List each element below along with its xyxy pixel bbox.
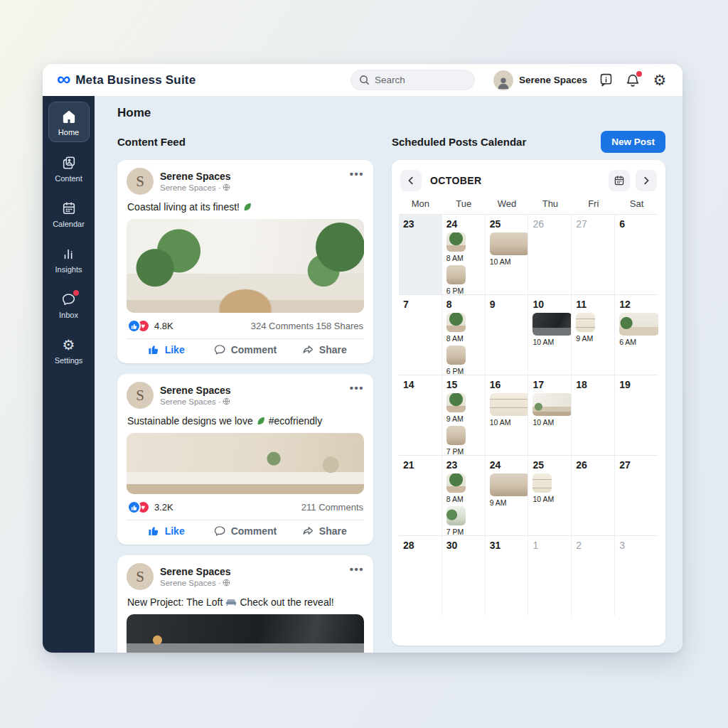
calendar-day-number: 24	[490, 459, 524, 471]
calendar-cell-8[interactable]: 88 AM6 PM	[442, 294, 486, 375]
sidebar-item-label: Content	[55, 174, 82, 183]
scheduled-post-thumbnail[interactable]	[446, 426, 466, 445]
scheduled-post-thumbnail[interactable]	[619, 313, 658, 336]
calendar-cell-19[interactable]: 19	[615, 375, 658, 455]
post-menu-button[interactable]: •••	[350, 382, 364, 394]
app-window: ∞ Meta Business Suite Serene Spaces	[43, 64, 682, 653]
calendar-month-label: OCTOBER	[430, 175, 482, 186]
scheduled-post-thumbnail[interactable]	[446, 473, 466, 493]
scheduled-post-thumbnail[interactable]	[446, 232, 466, 252]
search-box[interactable]	[350, 70, 475, 90]
calendar-next-button[interactable]	[636, 170, 657, 191]
calendar-cell-10[interactable]: 1010 AM	[528, 294, 572, 375]
scheduled-post-thumbnail[interactable]	[446, 265, 466, 284]
share-button[interactable]: Share	[285, 343, 364, 355]
calendar-day-number: 24	[446, 218, 481, 230]
avatar	[493, 70, 513, 90]
scheduled-post-time: 10 AM	[532, 495, 554, 503]
calendar-cell-3[interactable]: 3	[615, 535, 658, 616]
calendar-cell-23[interactable]: 238 AM7 PM	[442, 455, 486, 535]
post-subtitle: Serene Spaces	[160, 183, 216, 192]
calendar-view-button[interactable]	[609, 170, 630, 191]
sidebar-item-content[interactable]: Content	[48, 149, 90, 188]
calendar-day-number: 16	[490, 379, 524, 390]
calendar-cell-2[interactable]: 2	[572, 535, 615, 616]
post-menu-button[interactable]: •••	[350, 563, 364, 575]
like-button[interactable]: Like	[127, 525, 205, 537]
calendar-day-number: 23	[403, 218, 437, 230]
sidebar-item-inbox[interactable]: Inbox	[48, 285, 90, 324]
notification-badge	[636, 71, 642, 77]
scheduled-post-thumbnail[interactable]	[446, 393, 466, 412]
calendar-cell-27[interactable]: 27	[615, 455, 658, 535]
gear-icon: ⚙	[653, 73, 667, 87]
scheduled-post-time: 6 PM	[446, 367, 466, 375]
scheduled-post-thumbnail[interactable]	[576, 313, 595, 332]
scheduled-post-thumbnail[interactable]	[446, 506, 466, 525]
calendar-cell-21[interactable]: 21	[399, 455, 442, 535]
announcements-button[interactable]	[597, 72, 614, 89]
calendar-day-header: Thu	[528, 198, 572, 209]
meta-logo-icon: ∞	[57, 72, 70, 86]
calendar-cell-11[interactable]: 119 AM	[572, 294, 615, 375]
post-avatar: S	[127, 168, 154, 195]
sidebar-item-insights[interactable]: Insights	[48, 240, 90, 279]
calendar-cell-25[interactable]: 2510 AM	[528, 455, 572, 535]
calendar-cell-24[interactable]: 248 AM6 PM	[442, 214, 486, 294]
inbox-icon	[60, 291, 77, 308]
share-button[interactable]: Share	[285, 525, 364, 537]
calendar-cell-26[interactable]: 26	[572, 455, 615, 535]
calendar-cell-30[interactable]: 30	[442, 535, 486, 616]
scheduled-post-time: 9 AM	[446, 414, 466, 423]
calendar-cell-12[interactable]: 126 AM	[615, 294, 658, 375]
globe-icon	[223, 579, 230, 587]
feed-list: S Serene Spaces Serene Spaces · ••• Coas…	[117, 160, 373, 653]
calendar-cell-16[interactable]: 1610 AM	[486, 375, 529, 455]
notifications-button[interactable]	[624, 72, 641, 89]
calendar-day-number: 14	[403, 379, 437, 390]
scheduled-post-thumbnail[interactable]	[490, 232, 529, 255]
scheduled-post-thumbnail[interactable]	[490, 473, 529, 496]
calendar-cell-23[interactable]: 23	[399, 214, 442, 294]
post-card: S Serene Spaces Serene Spaces · ••• Coas…	[117, 160, 373, 363]
comment-button[interactable]: Comment	[205, 525, 284, 537]
calendar-cell-26[interactable]: 26	[528, 214, 572, 294]
calendar-cell-7[interactable]: 7	[399, 294, 442, 375]
scheduled-post-thumbnail[interactable]	[446, 346, 466, 365]
post-subtitle: Serene Spaces	[160, 397, 216, 406]
scheduled-post-time: 6 AM	[619, 338, 658, 346]
scheduled-post-thumbnail[interactable]	[490, 393, 529, 416]
account-switcher[interactable]: Serene Spaces	[493, 70, 587, 90]
calendar-cell-6[interactable]: 6	[615, 214, 658, 294]
scheduled-post-time: 9 AM	[490, 498, 529, 507]
search-input[interactable]	[375, 75, 466, 85]
calendar-day-number: 25	[490, 218, 524, 230]
calendar-cell-31[interactable]: 31	[486, 535, 529, 616]
calendar-cell-17[interactable]: 1710 AM	[528, 375, 572, 455]
sidebar-item-calendar[interactable]: Calendar	[48, 194, 90, 233]
scheduled-post-thumbnail[interactable]	[532, 393, 572, 416]
like-button[interactable]: Like	[127, 343, 205, 355]
calendar-cell-9[interactable]: 9	[486, 294, 529, 375]
new-post-button[interactable]: New Post	[601, 131, 665, 153]
sidebar-item-label: Insights	[55, 265, 82, 274]
calendar-cell-1[interactable]: 1	[528, 535, 572, 616]
scheduled-post-thumbnail[interactable]	[446, 313, 466, 332]
calendar-cell-18[interactable]: 18	[572, 375, 615, 455]
settings-button[interactable]: ⚙	[651, 72, 668, 89]
comment-button[interactable]: Comment	[205, 343, 284, 355]
calendar-cell-14[interactable]: 14	[399, 375, 442, 455]
sidebar-item-label: Home	[58, 128, 79, 136]
calendar-cell-15[interactable]: 159 AM7 PM	[442, 375, 486, 455]
scheduled-post-thumbnail[interactable]	[532, 313, 572, 336]
calendar-day-number: 31	[490, 540, 524, 551]
sidebar-item-settings[interactable]: ⚙Settings	[48, 331, 90, 370]
calendar-prev-button[interactable]	[400, 170, 422, 191]
calendar-cell-25[interactable]: 2510 AM	[486, 214, 529, 294]
calendar-cell-24[interactable]: 249 AM	[486, 455, 529, 535]
sidebar-item-home[interactable]: Home	[48, 102, 90, 142]
calendar-cell-27[interactable]: 27	[572, 214, 615, 294]
calendar-cell-28[interactable]: 28	[399, 535, 442, 616]
scheduled-post-thumbnail[interactable]	[532, 473, 552, 493]
post-menu-button[interactable]: •••	[350, 168, 364, 180]
